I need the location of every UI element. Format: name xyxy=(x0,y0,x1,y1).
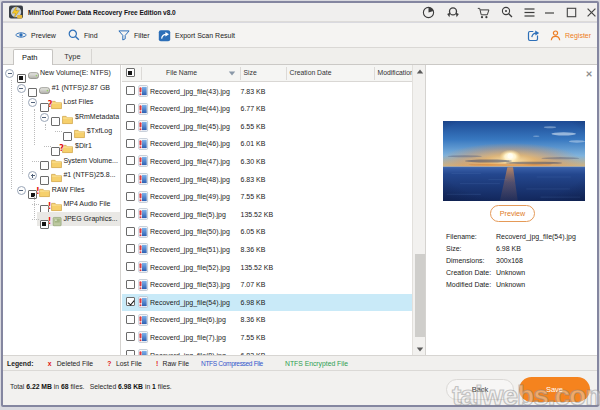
file-checkbox-empty[interactable] xyxy=(126,156,135,165)
scrollbar-thumb[interactable] xyxy=(415,254,426,337)
tree-folder-icon xyxy=(62,111,74,123)
preview-field-value: 300x168 xyxy=(496,255,523,267)
stats-pie-icon[interactable] xyxy=(420,5,436,20)
save-button[interactable]: Save xyxy=(519,377,590,402)
file-size-cell: 6.30 KB xyxy=(241,153,266,171)
tree-collapse-icon[interactable] xyxy=(28,98,37,107)
tree-item[interactable]: System Volume... xyxy=(3,154,120,169)
column-header-file-name[interactable]: File Name xyxy=(141,65,240,81)
column-header-label: Modification xyxy=(378,69,413,76)
menu-icon[interactable] xyxy=(521,5,537,20)
file-row[interactable]: Recoverd_jpg_file(54).jpg6.98 KB xyxy=(122,294,412,312)
filter-button[interactable]: Filter xyxy=(118,23,150,47)
tree-item[interactable]: ?Lost Files xyxy=(3,95,120,110)
cart-icon[interactable] xyxy=(475,5,491,20)
scroll-up-icon[interactable] xyxy=(414,65,426,78)
tree-raw-badge: ! xyxy=(48,217,52,226)
export-scan-result-button[interactable]: Export Scan Result xyxy=(158,23,235,47)
file-row[interactable]: Recoverd_jpg_file(5).jpg135.52 KB xyxy=(122,206,412,224)
file-list-rows: Recoverd_jpg_file(43).jpg7.83 KBRecoverd… xyxy=(122,82,412,356)
tree-collapse-icon[interactable] xyxy=(17,84,26,93)
tab-path[interactable]: Path xyxy=(13,49,53,65)
file-size-cell: 6.55 KB xyxy=(241,118,266,136)
file-row[interactable]: Recoverd_jpg_file(45).jpg6.55 KB xyxy=(122,118,412,136)
tree-branch-line xyxy=(32,219,39,220)
column-header-size[interactable]: Size xyxy=(240,65,286,81)
file-row[interactable]: Recoverd_jpg_file(7).jpg7.55 KB xyxy=(122,329,412,347)
file-row[interactable]: Recoverd_jpg_file(51).jpg8.36 KB xyxy=(122,241,412,259)
tree-branch-line xyxy=(44,146,51,147)
file-row[interactable]: Recoverd_jpg_file(52).jpg135.52 KB xyxy=(122,259,412,277)
tree-branch-line xyxy=(32,161,39,162)
tree-item-label: #1 (NTFS)25.8... xyxy=(63,168,115,183)
file-checkbox-empty[interactable] xyxy=(126,227,135,236)
file-checkbox-empty[interactable] xyxy=(126,86,135,95)
tab-type[interactable]: Type xyxy=(54,49,92,64)
tree-item[interactable]: #1 (NTFS)2.87 GB xyxy=(3,81,120,96)
file-checkbox-empty[interactable] xyxy=(126,192,135,201)
tree-item[interactable]: New Volume(E: NTFS) xyxy=(3,66,120,81)
file-row[interactable]: Recoverd_jpg_file(50).jpg6.05 KB xyxy=(122,223,412,241)
preview-close-icon[interactable]: ✕ xyxy=(583,69,595,79)
file-checkbox-empty[interactable] xyxy=(126,244,135,253)
vertical-scrollbar[interactable] xyxy=(412,65,426,356)
minimize-icon[interactable] xyxy=(541,5,557,20)
tree-item[interactable]: !MP4 Audio File xyxy=(3,197,120,212)
jpg-file-icon xyxy=(137,103,149,115)
file-row[interactable]: Recoverd_jpg_file(47).jpg6.30 KB xyxy=(122,153,412,171)
tree-item[interactable]: !RAW Files xyxy=(3,183,120,198)
tree-drive-icon xyxy=(39,82,51,94)
tree-collapse-icon[interactable] xyxy=(17,186,26,195)
file-row[interactable]: Recoverd_jpg_file(48).jpg6.83 KB xyxy=(122,171,412,189)
legend-title: Legend: xyxy=(7,356,33,371)
file-checkbox-empty[interactable] xyxy=(126,280,135,289)
legend-bar: Legend:xDeleted File?Lost File!Raw FileN… xyxy=(3,356,597,371)
file-checkbox-empty[interactable] xyxy=(126,315,135,324)
preview-open-button[interactable]: Preview xyxy=(490,205,535,222)
file-row[interactable]: Recoverd_jpg_file(49).jpg7.55 KB xyxy=(122,188,412,206)
jpg-file-icon xyxy=(137,279,149,291)
preview-button[interactable]: Preview xyxy=(15,23,56,47)
scroll-down-icon[interactable] xyxy=(414,343,426,356)
file-checkbox-empty[interactable] xyxy=(126,209,135,218)
back-button[interactable]: Back xyxy=(446,379,514,400)
file-checkbox-empty[interactable] xyxy=(126,262,135,271)
column-header-modification[interactable]: Modification xyxy=(374,65,412,81)
file-row[interactable]: Recoverd_jpg_file(53).jpg7.07 KB xyxy=(122,276,412,294)
column-header-creation-date[interactable]: Creation Date xyxy=(286,65,374,81)
file-name-cell: Recoverd_jpg_file(44).jpg xyxy=(150,100,230,118)
file-name-cell: Recoverd_jpg_file(43).jpg xyxy=(150,83,230,101)
file-row[interactable]: Recoverd_jpg_file(43).jpg7.83 KB xyxy=(122,83,412,101)
file-row[interactable]: Recoverd_jpg_file(8).jpg6.83 KB xyxy=(122,347,412,357)
tree-item[interactable]: !JPEG Graphics... xyxy=(3,212,120,227)
file-checkbox-empty[interactable] xyxy=(126,121,135,130)
share-button[interactable] xyxy=(527,23,541,47)
file-checkbox-empty[interactable] xyxy=(126,104,135,113)
find-button[interactable]: Find xyxy=(68,23,98,47)
file-name-cell: Recoverd_jpg_file(8).jpg xyxy=(150,347,226,357)
tree-expand-icon[interactable] xyxy=(28,171,37,180)
file-checkbox-empty[interactable] xyxy=(126,332,135,341)
tree-item[interactable]: ?$Dir1 xyxy=(3,139,120,154)
register-button[interactable]: Register xyxy=(550,23,591,47)
register-key-icon[interactable] xyxy=(499,5,515,20)
file-checkbox-checked[interactable] xyxy=(126,297,135,306)
maximize-icon[interactable] xyxy=(563,5,579,20)
legend-label: Lost File xyxy=(116,356,142,371)
close-icon[interactable] xyxy=(583,5,599,20)
tree-item[interactable]: $TxfLog xyxy=(3,124,120,139)
file-checkbox-empty[interactable] xyxy=(126,139,135,148)
tree-folder-icon xyxy=(74,125,86,137)
file-row[interactable]: Recoverd_jpg_file(46).jpg6.01 KB xyxy=(122,135,412,153)
file-row[interactable]: Recoverd_jpg_file(6).jpg8.36 KB xyxy=(122,311,412,329)
file-row[interactable]: Recoverd_jpg_file(44).jpg6.77 KB xyxy=(122,100,412,118)
tree-collapse-icon[interactable] xyxy=(40,113,49,122)
tree-collapse-icon[interactable] xyxy=(5,69,14,78)
tree-branch-line xyxy=(45,124,46,130)
file-checkbox-empty[interactable] xyxy=(126,174,135,183)
tree-item[interactable]: #1 (NTFS)25.8... xyxy=(3,168,120,183)
tree-item[interactable]: $RmMetadata xyxy=(3,110,120,125)
select-all-checkbox[interactable] xyxy=(126,68,135,77)
file-size-cell: 135.52 KB xyxy=(241,259,274,277)
promotion-icon[interactable] xyxy=(445,5,461,20)
